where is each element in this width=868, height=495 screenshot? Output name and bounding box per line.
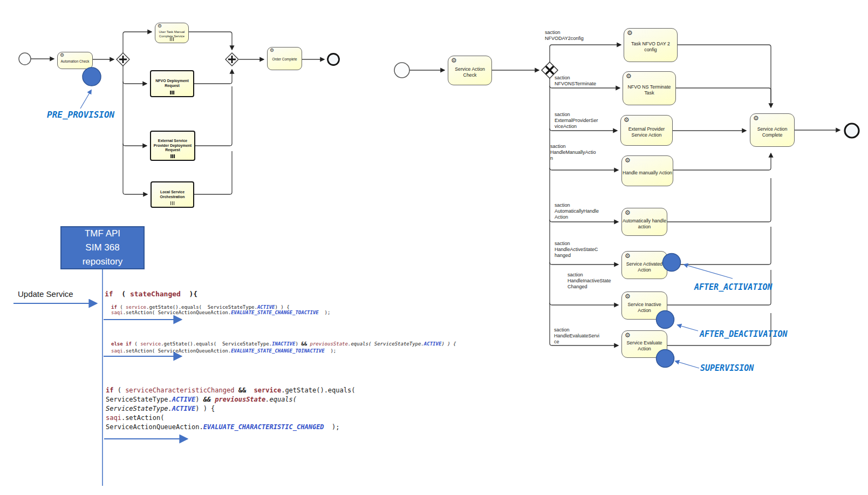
update-service-label: Update Service [18, 289, 73, 299]
task-service-evaluate-action[interactable]: ⚙ Service Evaluate Action [621, 330, 667, 358]
parallel-gateway-merge[interactable] [225, 53, 238, 66]
flow-activated-to-complete [667, 227, 771, 265]
branch-label-externalprovider: saction ExternalProviderSer viceAction [555, 112, 598, 130]
branch-label-handlemanually: saction HandleManuallyActio n [550, 144, 596, 161]
task-label: External Service Provider Deployment Req… [154, 139, 192, 153]
code-setaction-open: saqi.setAction( [106, 414, 164, 422]
branch-label-inactivestate: saction HandleInactiveState Changed [568, 272, 611, 290]
bpmn-diagram-canvas: ⚙ Automation Check ⚙ User Task Manual Co… [0, 0, 868, 495]
flow-to-external-service [123, 144, 147, 146]
branch-label-activestate: saction HandleActiveStateC hanged [555, 241, 598, 259]
end-event-left[interactable] [328, 54, 339, 65]
pointer-after-activation [684, 265, 733, 279]
parallel-gateway-split[interactable] [117, 53, 129, 66]
code-if-characteristic-2: ServiceStateType.ACTIVE) && previousStat… [106, 396, 297, 403]
subprocess-marker-icon [170, 201, 175, 205]
task-handle-manually-action[interactable]: ⚙ Handle manually Action [621, 155, 673, 186]
task-service-action-check[interactable]: ⚙ Service Action Check [448, 56, 492, 85]
task-automation-check[interactable]: ⚙ Automation Check [57, 52, 93, 69]
task-order-complete[interactable]: ⚙ Order Complete [267, 47, 302, 70]
tmf-repository-box[interactable]: TMF API SIM 368 repository [60, 226, 145, 269]
gear-icon: ⚙ [625, 332, 631, 338]
annotation-after-deactivation: AFTER_DEACTIVATION [700, 329, 788, 339]
task-user-task-manual-complete-service[interactable]: ⚙ User Task Manual Complete Service [155, 23, 189, 43]
code-setaction-toinactive: saqi.setAction( ServiceActionQueueAction… [111, 348, 336, 354]
flow-terminate-to-complete [676, 88, 771, 103]
task-service-inactive-action[interactable]: ⚙ Service Inactive Action [621, 291, 667, 320]
code-if-characteristic-3: ServiceStateType.ACTIVE) ) { [106, 405, 215, 412]
flow-nfvo-to-merge [194, 70, 232, 84]
task-label: Order Complete [272, 57, 297, 62]
flow-automatically-to-complete [667, 178, 771, 222]
pointer-after-deactivation [678, 325, 698, 331]
flow-gateway-trunk-to-local [123, 66, 147, 194]
end-event-right[interactable] [845, 124, 859, 138]
task-service-activated-action[interactable]: ⚙ Service Activated Action [621, 251, 667, 279]
start-event-right[interactable] [394, 63, 409, 78]
task-label: Service Action Check [455, 66, 485, 78]
task-label: Service Activated Action [626, 261, 662, 273]
task-service-action-complete[interactable]: ⚙ Service Action Complete [750, 113, 795, 147]
task-external-service-provider-deployment[interactable]: External Service Provider Deployment Req… [150, 131, 195, 161]
flow-gateway-to-usertask [123, 32, 152, 53]
flow-branch-activestate [550, 262, 618, 265]
task-label: Service Action Complete [757, 126, 788, 138]
branch-label-nfvoday2config: saction NFVODAY2config [545, 30, 584, 42]
branch-label-evaluateservice: saction HandleEvaluateServi ce [554, 327, 599, 345]
flow-external-to-merge [195, 86, 232, 146]
task-label: External Provider Service Action [628, 126, 665, 138]
subprocess-marker-icon [170, 154, 175, 158]
branch-label-nfvonsterminate: saction NFVONSTerminate [555, 75, 596, 87]
code-if-active: if ( service.getState().equals( ServiceS… [111, 304, 290, 310]
task-label: NFVO NS Terminate Task [627, 84, 671, 96]
task-label: Local Service Orchestration [160, 190, 185, 200]
flow-branch-nfvoday2 [550, 45, 621, 62]
annotation-pre-provision: PRE_PROVISION [47, 110, 114, 120]
gear-icon: ⚙ [624, 117, 630, 123]
task-label: NFVO Deployment Request [155, 79, 188, 89]
flow-day2-to-complete [678, 45, 771, 107]
pointer-pre-provision [80, 90, 91, 109]
task-automatically-handle-action[interactable]: ⚙ Automatically handle action [621, 208, 667, 236]
task-label: Handle manually Action [623, 170, 672, 176]
gear-icon: ⚙ [158, 24, 162, 29]
task-label: Task NFVO DAY 2 config [631, 41, 670, 53]
annotation-supervision: SUPERVISION [700, 363, 754, 373]
code-elseif-inactive: else if ( service.getState().equals( Ser… [111, 341, 456, 347]
gear-icon: ⚙ [625, 209, 631, 216]
task-nfvo-ns-terminate[interactable]: ⚙ NFVO NS Terminate Task [623, 71, 676, 105]
flow-usertask-to-merge [189, 32, 232, 50]
task-external-provider-service-action[interactable]: ⚙ External Provider Service Action [620, 115, 673, 146]
flow-local-to-merge [194, 151, 232, 194]
flow-manually-to-complete [673, 153, 771, 170]
flow-branch-inactivestate [550, 303, 618, 305]
code-setaction-toactive: saqi.setAction( ServiceActionQueueAction… [111, 310, 330, 315]
task-local-service-orchestration[interactable]: Local Service Orchestration [151, 181, 194, 208]
gear-icon: ⚙ [625, 253, 631, 259]
task-label: Automation Check [60, 59, 89, 64]
pointer-supervision [675, 361, 699, 368]
code-if-characteristic-1: if ( serviceCharacteristicChanged && ser… [106, 386, 355, 394]
gear-icon: ⚙ [627, 30, 633, 36]
branch-label-automatically: saction AutomaticallyHandle Action [555, 202, 599, 220]
gear-icon: ⚙ [625, 157, 631, 164]
task-nfvo-day2-config[interactable]: ⚙ Task NFVO DAY 2 config [624, 28, 678, 62]
start-event-left[interactable] [19, 53, 31, 65]
gear-icon: ⚙ [626, 73, 632, 79]
flow-branch-handlemanually [550, 168, 618, 170]
code-characteristic-changed: ServiceActionQueueAction.EVALUATE_CHARAC… [106, 423, 340, 431]
task-nfvo-deployment-request[interactable]: NFVO Deployment Request [150, 70, 194, 97]
subprocess-marker-icon [170, 37, 174, 41]
code-if-statechanged: if ( stateChanged ){ [105, 290, 197, 298]
task-label: Automatically handle action [623, 218, 666, 230]
state-circle-pre-provision[interactable] [83, 67, 101, 86]
gear-icon: ⚙ [270, 48, 274, 53]
flow-to-nfvo-deployment [123, 82, 147, 84]
gear-icon: ⚙ [451, 57, 457, 64]
subprocess-marker-icon [170, 91, 174, 94]
annotation-after-activation: AFTER_ACTIVATION [694, 282, 773, 292]
task-label: Service Inactive Action [627, 302, 661, 314]
gear-icon: ⚙ [753, 115, 759, 121]
gear-icon: ⚙ [625, 293, 631, 300]
tmf-repository-label: TMF API SIM 368 repository [83, 227, 123, 269]
